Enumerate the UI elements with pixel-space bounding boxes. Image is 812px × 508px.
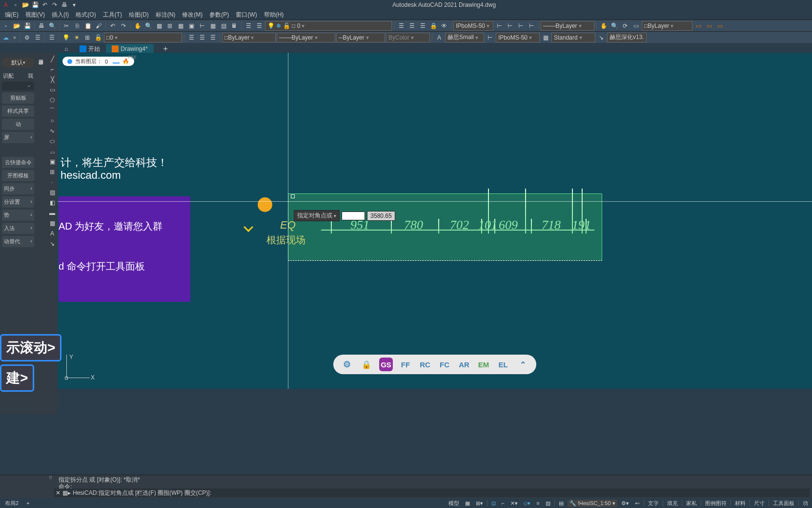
tab-drawing4[interactable]: Drawing4* xyxy=(106,44,153,54)
dock-em-button[interactable]: EM xyxy=(477,358,490,371)
menu-format[interactable]: 格式(O) xyxy=(73,10,99,20)
dock-rc-button[interactable]: RC xyxy=(418,358,432,371)
tool-tablestyle-icon[interactable]: ▦ xyxy=(541,33,550,42)
draw-ellipse-icon[interactable]: ⬭ xyxy=(47,136,57,146)
tool-sun-icon[interactable]: ☀ xyxy=(72,33,81,42)
tool-match-icon[interactable]: 🖌 xyxy=(94,21,103,31)
status-dim[interactable]: 尺寸 xyxy=(752,500,767,507)
tool-layerlock-icon[interactable]: 🔒 xyxy=(428,21,438,31)
draw-xline-icon[interactable]: ╳ xyxy=(47,75,57,85)
tablestyle-dropdown[interactable]: Standard▾ xyxy=(551,33,595,42)
tool-paste-icon[interactable]: 📋 xyxy=(83,21,93,31)
side-move[interactable]: 动 xyxy=(2,119,34,130)
status-gear-icon[interactable]: ⚙▾ xyxy=(619,499,631,508)
status-grid2-icon[interactable]: ⊞▾ xyxy=(474,499,485,508)
status-osnap-icon[interactable]: ◇▾ xyxy=(522,499,532,508)
draw-insert-icon[interactable]: ⊞ xyxy=(47,167,57,177)
draw-ellipsearc-icon[interactable]: ⌓ xyxy=(47,147,57,156)
tool-lyr-icon[interactable]: ☰ xyxy=(47,33,57,42)
status-toolpanel[interactable]: 工具面板 xyxy=(771,500,796,507)
status-snap-icon[interactable]: ⊡ xyxy=(489,499,498,508)
draw-mtext-icon[interactable]: A xyxy=(47,229,57,238)
draw-arc-icon[interactable]: ⌒ xyxy=(47,106,57,115)
lineweight-dropdown[interactable]: ─ ByLayer▾ xyxy=(336,33,385,42)
plotstyle-dropdown[interactable]: ByColor▾ xyxy=(386,33,430,42)
tool-open-icon[interactable]: 📂 xyxy=(12,21,21,31)
layout-tab[interactable]: 布局2 xyxy=(2,499,21,508)
close-icon[interactable]: ✕ xyxy=(56,489,61,496)
tool-layerwalk-icon[interactable]: 👁 xyxy=(439,21,449,31)
side-clipboard[interactable]: 剪贴板 xyxy=(2,92,34,104)
menu-view[interactable]: 视图(V) xyxy=(22,10,48,20)
status-scale[interactable]: 🔧 !HesiSC_1:50 ▾ xyxy=(568,500,617,507)
autocad-logo[interactable]: A xyxy=(2,1,10,9)
tool-hand-icon[interactable]: ✋ xyxy=(599,21,609,31)
linetype-dropdown[interactable]: ─── ByLayer▾ xyxy=(541,21,594,31)
tool-grid2-icon[interactable]: ▦ xyxy=(176,21,185,31)
side-settings[interactable]: 分设置› xyxy=(2,196,34,208)
menu-help[interactable]: 帮助(H) xyxy=(261,10,287,20)
draw-line-icon[interactable]: ╱ xyxy=(47,54,57,64)
tool-dim-icon[interactable]: ⊢ xyxy=(197,21,207,31)
tool-lyrstate-icon[interactable]: ☰ xyxy=(186,33,196,42)
draw-circle-icon[interactable]: ○ xyxy=(47,116,57,126)
tool-table-icon[interactable]: ▦ xyxy=(208,21,218,31)
draw-region-icon[interactable]: ▬ xyxy=(47,208,57,218)
dropdown-icon[interactable]: ▾ xyxy=(12,34,18,41)
tool-bulb-icon[interactable]: 💡 xyxy=(61,33,71,42)
status-furniture[interactable]: 家私 xyxy=(684,500,699,507)
side-expand[interactable]: ⌄ xyxy=(2,82,34,90)
tool-mleader-icon[interactable]: ↘ xyxy=(596,33,606,42)
tab-home[interactable]: ⌂ xyxy=(59,44,74,54)
layer-dropdown[interactable]: 💡 ❄ 🔓 □ 0 ▾ xyxy=(265,21,392,31)
linetype2-dropdown[interactable]: □ ByLayer▾ xyxy=(642,21,692,31)
menu-edit[interactable]: 编(E) xyxy=(2,10,21,20)
layer-indicator-chip[interactable]: 当前图层： 0 🔥 xyxy=(62,57,134,66)
tool-gear-icon[interactable]: ⚙ xyxy=(22,33,32,42)
menu-modify[interactable]: 修改(M) xyxy=(179,10,205,20)
drawing-canvas[interactable]: 当前图层： 0 🔥 PSE 计，将生产交给科技！ hesicad.com AD … xyxy=(58,53,812,389)
side-default-dropdown[interactable]: 默认 ▾ xyxy=(2,58,34,67)
tool-zoom2-icon[interactable]: 🔍 xyxy=(609,21,619,31)
tool-cut-icon[interactable]: ✂ xyxy=(61,21,71,31)
dock-ar-button[interactable]: AR xyxy=(457,358,471,371)
status-lwt-icon[interactable]: ≡ xyxy=(534,499,541,507)
color-dropdown[interactable]: □ ByLayer▾ xyxy=(222,33,276,42)
command-prompt-row[interactable]: ✕ ▦▸ HesiCAD:指定对角点或 [栏选(F) 圈围(WP) 圈交(CP)… xyxy=(54,488,810,497)
tool-lyrprop-icon[interactable]: ☰ xyxy=(208,33,218,42)
tool-print-icon[interactable]: 🖶 xyxy=(37,21,46,31)
draw-table-icon[interactable]: ▦ xyxy=(47,218,57,228)
status-ortho-icon[interactable]: ⌐ xyxy=(500,499,507,507)
qat-dropdown-icon[interactable]: ▾ xyxy=(70,1,78,9)
menu-parametric[interactable]: 参数(P) xyxy=(206,10,232,20)
tool-new-icon[interactable]: ▫ xyxy=(1,21,11,31)
draw-block-icon[interactable]: ▣ xyxy=(47,157,57,167)
menu-insert[interactable]: 插入(I) xyxy=(49,10,72,20)
side-cloud-cmd[interactable]: 云快捷命令 xyxy=(2,157,34,168)
tool-pan-icon[interactable]: ✋ xyxy=(133,21,142,31)
ext-dropdown[interactable]: 赫思深化v13. xyxy=(607,33,647,42)
draw-mleader-icon[interactable]: ↘ xyxy=(47,239,57,249)
side-template[interactable]: 开图模板 xyxy=(2,170,34,181)
tool-path-icon[interactable]: ⊞ xyxy=(82,33,92,42)
menu-window[interactable]: 窗口(W) xyxy=(233,10,260,20)
draw-hatch-icon[interactable]: ▨ xyxy=(47,188,57,197)
status-grid-icon[interactable]: ▦ xyxy=(463,499,472,508)
tool-layer2-icon[interactable]: ☰ xyxy=(254,21,264,31)
qat-print-icon[interactable]: 🖶 xyxy=(61,1,68,9)
qat-save-icon[interactable]: 💾 xyxy=(31,1,39,9)
tool-ext2-icon[interactable]: ▭ xyxy=(704,21,714,31)
side-replace[interactable]: 动替代› xyxy=(2,236,34,247)
side-sync[interactable]: 同步› xyxy=(2,183,34,194)
tool-save-icon[interactable]: 💾 xyxy=(22,21,32,31)
tool-layeriso-icon[interactable]: ☰ xyxy=(396,21,406,31)
tool-zoom-icon[interactable]: 🔍 xyxy=(143,21,153,31)
tool-layeroff-icon[interactable]: ☰ xyxy=(418,21,427,31)
side-tab-match[interactable]: 识配 xyxy=(3,72,14,80)
tool-lock-icon[interactable]: 🔓 xyxy=(93,33,103,42)
tool-calc-icon[interactable]: 🖩 xyxy=(229,21,239,31)
dimstyle-dropdown[interactable]: IPboMS-50▾ xyxy=(496,33,540,42)
tool-snap-icon[interactable]: ⊞ xyxy=(165,21,175,31)
status-material[interactable]: 材料 xyxy=(733,500,748,507)
side-screen[interactable]: 屏› xyxy=(2,132,34,143)
